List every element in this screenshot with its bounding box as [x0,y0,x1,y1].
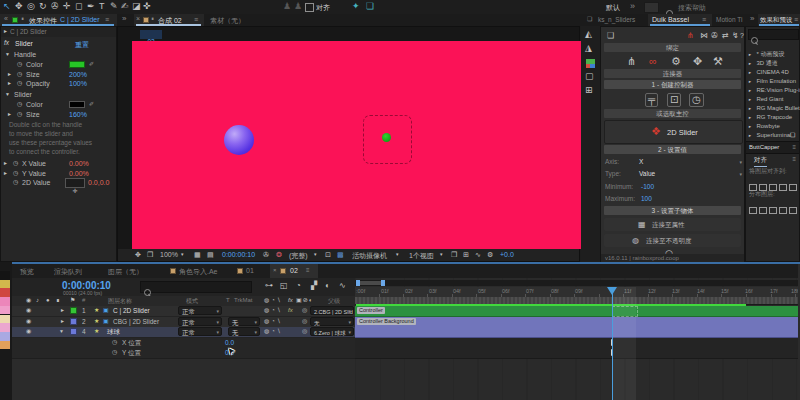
twirl-down-icon[interactable]: ▼ [5,52,10,57]
axis-value[interactable]: X [639,158,643,165]
tab-effects-presets[interactable]: 效果和预设 ≡ [758,14,800,26]
lock-icon[interactable]: ∎ [151,16,154,21]
pickwhip-icon[interactable]: ◎ [302,307,307,313]
blend-mode-dropdown[interactable]: 正常▾ [178,317,222,326]
distribute-left-icon[interactable] [779,207,787,214]
connect-opacity-button[interactable]: ◍ 连接至不透明度 [604,234,741,247]
stopwatch-icon[interactable]: ◷ [13,179,18,185]
workspace-selector[interactable]: 默认 [606,3,620,13]
layer-name[interactable]: 球球 [107,328,120,337]
camera-dropdown[interactable]: 活动摄像机 [352,251,387,261]
align-checkbox[interactable] [305,3,314,12]
parent-dropdown[interactable]: 2.CBG | 2D Slid▾ [310,306,354,315]
transparency-grid-icon[interactable]: ▩ [337,251,344,258]
twirl-icon[interactable]: ► [3,29,8,34]
tab-motion-ti[interactable]: Motion Ti [716,16,742,23]
tab-effect-controls[interactable]: « ∎ 效果控件 C | 2D Slider ≡ [0,14,117,26]
region-of-interest-icon[interactable]: ❒ [451,251,457,258]
twirl-right-icon[interactable]: ► [3,161,8,166]
name-column-label[interactable]: 图层名称 [108,297,132,306]
eye-icon[interactable]: ◉ [26,328,31,334]
layer-bar-controller-bg[interactable]: Controller Background [355,317,798,328]
chevron-down-icon[interactable]: ▾ [396,252,399,257]
roi-icon[interactable]: ⊡ [325,251,331,258]
close-icon[interactable]: × [273,267,277,273]
layer-color-swatch[interactable] [70,328,77,335]
prop-handle-color[interactable]: ◷ Color ✐ [1,60,116,69]
workspace-overflow-icon[interactable]: » [630,2,635,11]
hand-rig-icon[interactable]: ✥ [693,56,702,67]
prop-value[interactable]: 160% [69,111,87,118]
align-top-icon[interactable]: ◭ [585,30,592,39]
chevron-down-icon[interactable]: ▾ [440,252,443,257]
purple-ball[interactable] [224,125,254,155]
rounded-rect-icon[interactable]: ▢ [585,72,594,81]
color-swatch[interactable] [69,61,85,68]
duik-hourglass-icon[interactable]: ⋈ [700,32,708,40]
group-label[interactable]: Slider [14,91,32,98]
draft-3d-icon[interactable]: ◱ [280,282,288,290]
blend-mode-dropdown[interactable]: 正常▾ [178,327,222,336]
gear-tool-icon[interactable]: ⚙ [671,56,681,67]
eyedropper-icon[interactable]: ✐ [89,61,94,67]
box-ctrl-icon[interactable]: ⊡ [667,93,681,107]
layer-row-selected[interactable]: ◉ ▼ 4 ★ 球球 正常▾ 无▾ ◍◔∖ ◎ 6.Zero | 球球▾ [12,327,355,338]
panel-menu-icon[interactable]: ≡ [792,144,796,150]
pan-behind-tool-icon[interactable]: ✛ [63,2,71,11]
effect-name[interactable]: Slider [15,40,33,47]
slider-handle-dot[interactable] [382,133,391,142]
align-top-edge-icon[interactable] [779,184,787,191]
prop-value[interactable]: 0.00% [69,160,89,167]
minimum-value[interactable]: -100 [641,183,654,190]
layer-bar-controller[interactable]: Controller [355,306,798,317]
viewer-timecode[interactable]: 0:00:00:10 [222,251,255,258]
tab-duik-bassel[interactable]: Duik Bassel ≡ [648,14,712,26]
eraser-tool-icon[interactable]: ◪ [132,2,141,11]
property-row[interactable]: ◷ Y 位置 0.0 [12,348,355,359]
shy-layers-icon[interactable]: ◔ [296,282,301,290]
flowchart-icon[interactable]: ∿ [475,251,481,258]
tab-ks-n-sliders[interactable]: ks_n_Sliders [598,16,635,23]
pixel-aspect-icon[interactable]: ⊞ [463,251,469,258]
prop-value[interactable]: 100% [69,80,87,87]
tab-align[interactable]: 对齐 [754,156,767,167]
bone-tool-icon[interactable]: ⋔ [627,56,636,67]
t-column-label[interactable]: T [226,297,230,303]
layer-name[interactable]: C | 2D Slider [113,307,150,314]
snapshot-icon[interactable]: ✇ [263,251,269,258]
pen-tool-icon[interactable]: ✒ [87,2,95,11]
collapse-icon[interactable]: ▣ [103,307,109,313]
stopwatch-icon[interactable]: ◷ [13,170,18,176]
frame-blending-icon[interactable]: ▞ [311,282,317,290]
zoom-level-dropdown[interactable]: 100% [160,251,178,258]
prop-value[interactable]: 200% [69,71,87,78]
layer-row[interactable]: ◉ ► 1 ★ ▣ C | 2D Slider 正常▾ ◍◔∖ fx ◎ 2.C… [12,306,355,317]
maximum-row[interactable]: Maximum: 100 [601,194,744,204]
stopwatch-icon[interactable]: ◷ [17,101,22,107]
navigator-bar[interactable] [360,281,381,285]
view-layout-dropdown[interactable]: 1个视图 [409,251,434,261]
prop-value[interactable]: 0.0,0.0 [88,179,109,186]
timeline-search-box[interactable] [140,281,252,293]
viewer-monitor-icon[interactable]: ❐ [147,251,153,258]
twirl-right-icon[interactable]: ► [7,112,12,117]
duik-bone-icon[interactable]: ⋔ [687,32,694,40]
expander-icon[interactable]: ▼ [59,329,64,334]
exposure-value[interactable]: +0.0 [500,251,514,258]
motion-blur-icon[interactable]: ◐ [325,282,330,290]
reset-link[interactable]: 重置 [75,40,89,50]
panel-menu-icon[interactable]: ≡ [792,156,796,162]
twirl-right-icon[interactable]: ► [748,134,752,138]
fx-switch-icon[interactable]: fx [288,307,293,313]
layer-switches[interactable]: ◍◔∖ [264,318,283,324]
slider-ctrl-icon[interactable]: ╤ [645,93,658,107]
tab-preview[interactable]: 预览 [20,267,34,277]
stopwatch-icon[interactable]: ◷ [17,111,22,117]
effect-row-slider[interactable]: fx Slider 重置 [1,39,116,48]
layer-name[interactable]: CBG | 2D Slider [113,318,159,325]
distribute-top-icon[interactable] [749,207,757,214]
playhead-line[interactable] [612,287,613,400]
stopwatch-icon[interactable]: ◷ [17,71,22,77]
axis-mode-icon[interactable]: ♟ [283,2,291,11]
parent-dropdown[interactable]: 无▾ [310,317,354,326]
